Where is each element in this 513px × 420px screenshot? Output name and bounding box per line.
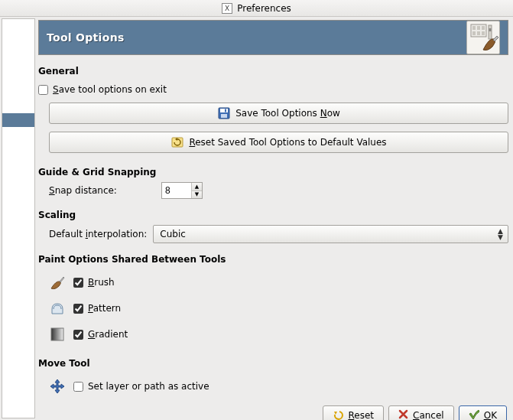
app-icon: X	[222, 3, 232, 14]
main-panel: Tool Options General Save tool options o…	[37, 17, 513, 420]
category-sidebar[interactable]	[2, 18, 35, 418]
gradient-checkbox[interactable]	[73, 330, 83, 340]
set-layer-active-label[interactable]: Set layer or path as active	[88, 381, 209, 392]
ok-icon	[469, 409, 479, 421]
section-move-title: Move Tool	[38, 358, 508, 369]
cancel-icon	[398, 409, 408, 420]
paint-brush-row: Brush	[49, 274, 508, 291]
save-now-label: Save Tool Options Now	[235, 108, 340, 119]
section-snapping-title: Guide & Grid Snapping	[38, 167, 508, 177]
move-icon	[49, 378, 66, 395]
save-on-exit-row: Save tool options on exit	[38, 84, 508, 95]
set-layer-active-checkbox[interactable]	[73, 382, 83, 392]
reset-icon	[170, 135, 184, 149]
svg-rect-5	[477, 31, 480, 35]
brush-label[interactable]: Brush	[88, 277, 115, 288]
interpolation-label: Default interpolation:	[49, 229, 147, 239]
undo-icon	[333, 409, 343, 421]
save-on-exit-checkbox[interactable]	[38, 85, 48, 95]
reset-button-label: Reset	[348, 410, 374, 420]
section-scaling-title: Scaling	[38, 210, 508, 220]
dialog-footer: Reset Cancel OK	[38, 399, 508, 420]
move-set-layer-row: Set layer or path as active	[49, 378, 508, 395]
snap-distance-row: Snap distance: ▲ ▼	[49, 182, 508, 199]
snap-distance-label: Snap distance:	[49, 185, 117, 196]
spin-down-button[interactable]: ▼	[192, 191, 202, 199]
header-panel: Tool Options	[38, 20, 508, 55]
cancel-button[interactable]: Cancel	[388, 405, 454, 420]
interpolation-row: Default interpolation: Cubic ▲▼	[49, 225, 508, 243]
interpolation-combobox[interactable]: Cubic ▲▼	[153, 225, 508, 243]
cancel-button-label: Cancel	[413, 410, 444, 420]
reset-defaults-label: Reset Saved Tool Options to Default Valu…	[189, 137, 386, 148]
svg-rect-7	[489, 25, 492, 39]
ok-button-label: OK	[484, 410, 497, 420]
section-paint-title: Paint Options Shared Between Tools	[38, 254, 508, 265]
svg-rect-1	[472, 26, 476, 30]
reset-defaults-button[interactable]: Reset Saved Tool Options to Default Valu…	[49, 132, 508, 153]
svg-rect-8	[489, 28, 492, 31]
interpolation-value: Cubic	[160, 229, 186, 239]
reset-button[interactable]: Reset	[323, 405, 384, 420]
save-tool-options-now-button[interactable]: Save Tool Options Now	[49, 103, 508, 124]
svg-rect-12	[225, 109, 226, 112]
section-general-title: General	[38, 66, 508, 77]
paint-pattern-row: Pattern	[49, 300, 508, 317]
spin-up-button[interactable]: ▲	[192, 183, 202, 191]
brush-icon	[49, 274, 66, 291]
pattern-checkbox[interactable]	[73, 304, 83, 314]
svg-rect-6	[482, 31, 485, 35]
snap-distance-input[interactable]	[162, 183, 191, 198]
tool-options-icon	[466, 21, 500, 54]
brush-checkbox[interactable]	[73, 278, 83, 288]
svg-rect-2	[477, 26, 480, 30]
gradient-label[interactable]: Gradient	[88, 329, 128, 340]
window-titlebar: X Preferences	[0, 0, 513, 17]
paint-gradient-row: Gradient	[49, 326, 508, 343]
svg-rect-10	[220, 109, 228, 112]
svg-rect-11	[221, 114, 227, 118]
page-title: Tool Options	[47, 31, 125, 44]
window-title: Preferences	[237, 3, 291, 14]
svg-rect-3	[482, 26, 485, 30]
sidebar-selection	[2, 113, 34, 127]
gradient-icon	[49, 326, 66, 343]
save-on-exit-label[interactable]: Save tool options on exit	[53, 84, 167, 95]
chevron-updown-icon: ▲▼	[498, 229, 503, 240]
pattern-label[interactable]: Pattern	[88, 303, 121, 314]
pattern-icon	[49, 300, 66, 317]
svg-rect-14	[51, 328, 63, 340]
svg-rect-4	[472, 31, 476, 35]
ok-button[interactable]: OK	[459, 405, 507, 420]
save-icon	[217, 106, 231, 120]
snap-distance-spinbox[interactable]: ▲ ▼	[161, 182, 203, 199]
